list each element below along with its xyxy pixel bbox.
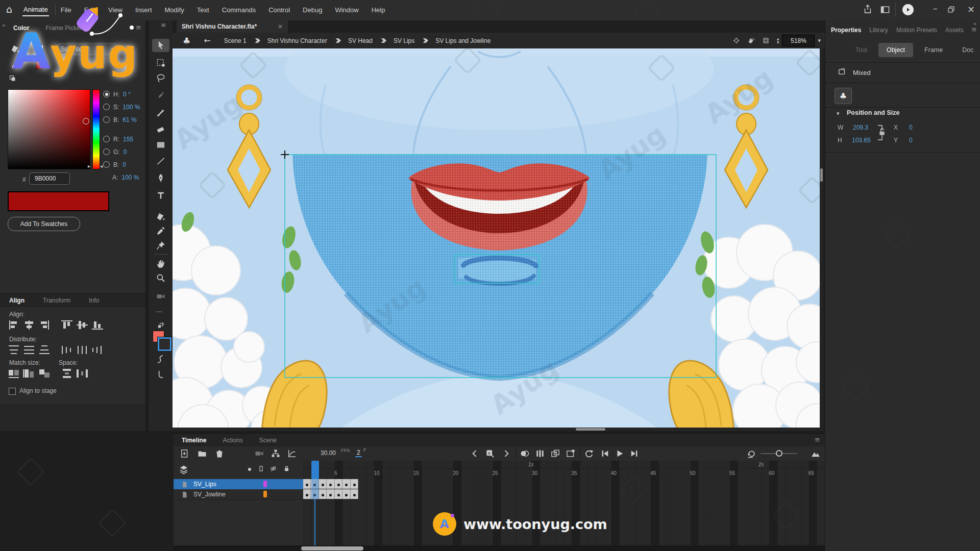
match-height-button[interactable]	[22, 368, 36, 379]
panel-menu-icon[interactable]: ≡	[136, 23, 141, 31]
minimize-button[interactable]: –	[933, 3, 938, 13]
camera-tool[interactable]	[152, 290, 169, 303]
pen-tool[interactable]	[152, 171, 169, 185]
stroke-color-chip[interactable]	[36, 60, 43, 69]
space-horizontal-button[interactable]	[76, 368, 89, 379]
h-value[interactable]: 0 °	[123, 91, 131, 98]
fps-value[interactable]: 30.00	[321, 449, 336, 457]
layer-name-area[interactable]: SV_Jowline	[174, 489, 303, 500]
keyframe-cell[interactable]	[327, 479, 334, 489]
stroke-pencil-icon[interactable]	[10, 59, 20, 69]
step-forward-icon[interactable]	[629, 448, 640, 459]
document-tab-close-icon[interactable]: ×	[278, 23, 283, 30]
timeline-zoom-slider[interactable]	[761, 453, 797, 454]
free-transform-tool[interactable]	[152, 56, 169, 69]
hue-slider[interactable]	[92, 89, 100, 169]
layer-name[interactable]: SV_Jowline	[193, 491, 226, 498]
properties-tab[interactable]: Motion Presets	[896, 27, 937, 34]
current-frame-value[interactable]: 2	[355, 449, 362, 457]
zoom-tool[interactable]	[152, 271, 169, 285]
share-icon[interactable]	[863, 4, 873, 14]
menu-item[interactable]: Text	[196, 4, 210, 16]
canvas-v-scrollbar[interactable]	[820, 48, 823, 428]
delete-layer-icon[interactable]	[214, 448, 225, 459]
timeline-h-scrollbar-thumb[interactable]	[301, 546, 363, 550]
match-both-button[interactable]	[38, 368, 51, 379]
collapse-panel-icon[interactable]: «	[2, 22, 6, 29]
menu-item[interactable]: Control	[267, 4, 291, 16]
brush-tool[interactable]	[152, 106, 169, 119]
keyframe-cell[interactable]	[319, 479, 327, 489]
keyframe-cell[interactable]	[303, 489, 311, 499]
distribute-bottom-button[interactable]	[38, 344, 51, 356]
x-value[interactable]: 0	[909, 124, 913, 131]
advanced-layers-icon[interactable]	[271, 448, 281, 459]
fill-bucket-icon[interactable]	[10, 44, 20, 54]
w-value[interactable]: 209.3	[853, 124, 868, 131]
keyframe-cell[interactable]	[335, 479, 342, 489]
a-value[interactable]: 100 %	[121, 174, 139, 181]
breadcrumb-item[interactable]: Shri Vishnu Character	[254, 37, 327, 44]
r-value[interactable]: 155	[123, 136, 133, 143]
visibility-column-icon[interactable]	[270, 465, 277, 472]
eraser-tool[interactable]	[152, 123, 169, 136]
magic-wand-tool[interactable]	[152, 88, 169, 102]
timeline-ruler[interactable]: 5101520253035404550556065	[303, 470, 817, 476]
align-panel-tab[interactable]: Info	[80, 294, 108, 307]
properties-tab[interactable]: Assets	[945, 27, 964, 34]
align-top-button[interactable]	[60, 319, 74, 331]
keyframe-cell[interactable]	[303, 479, 311, 489]
highlight-column-icon[interactable]	[248, 468, 251, 471]
playhead-head[interactable]	[311, 461, 320, 479]
properties-tab[interactable]: Library	[869, 27, 888, 34]
menu-item[interactable]: Insert	[134, 4, 153, 16]
timeline-menu-icon[interactable]: ≡	[815, 436, 820, 443]
canvas-h-scrollbar[interactable]	[173, 428, 823, 431]
keyframe-cell[interactable]	[335, 489, 342, 499]
eyedropper-tool[interactable]	[152, 224, 169, 238]
menu-item[interactable]: Commands	[221, 4, 257, 16]
clip-content-icon[interactable]	[762, 37, 770, 44]
outline-column-icon[interactable]	[257, 465, 265, 472]
overlap-icon[interactable]	[9, 74, 16, 82]
layer-row[interactable]: SV_Lips	[174, 479, 825, 489]
keyframe-cell[interactable]	[342, 479, 350, 489]
swap-colors-icon[interactable]	[152, 318, 169, 332]
distribute-center-button[interactable]	[76, 344, 89, 356]
menu-item[interactable]: File	[60, 4, 72, 16]
test-movie-icon[interactable]	[902, 4, 914, 15]
align-right-button[interactable]	[38, 319, 51, 331]
timeline-h-scrollbar[interactable]	[174, 545, 825, 551]
smooth-curve-icon[interactable]	[152, 353, 169, 366]
breadcrumb-item[interactable]: SV Lips	[380, 37, 414, 44]
align-bottom-button[interactable]	[91, 319, 104, 331]
layers-stack-icon[interactable]	[179, 464, 189, 474]
match-width-button[interactable]	[7, 368, 20, 379]
keyframe-cell[interactable]	[351, 489, 358, 499]
menu-item[interactable]: Help	[371, 4, 386, 16]
edit-multiple-frames-icon[interactable]	[550, 448, 560, 459]
properties-mode-tab[interactable]: Doc	[954, 43, 980, 57]
keyframe-cell[interactable]	[342, 489, 350, 499]
back-arrow-icon[interactable]: ←	[204, 36, 210, 45]
rotate-hand-icon[interactable]	[747, 37, 755, 44]
s-value[interactable]: 100 %	[122, 104, 140, 111]
timeline-zoom-slider-handle[interactable]	[776, 450, 782, 457]
menu-item[interactable]: View	[107, 4, 124, 16]
show-graph-icon[interactable]	[287, 448, 297, 459]
paint-bucket-tool[interactable]	[152, 210, 169, 223]
scene-clapper-icon[interactable]: ♣	[183, 36, 190, 46]
color-type-dropdown[interactable]: Solid color ▾	[55, 43, 119, 55]
align-to-stage-checkbox[interactable]	[9, 388, 16, 395]
onion-skin-icon[interactable]	[520, 448, 530, 459]
align-center-h-button[interactable]	[22, 319, 36, 331]
symbol-behavior-button[interactable]: ♣	[835, 88, 852, 104]
text-tool[interactable]	[152, 189, 169, 202]
close-button[interactable]: ×	[967, 4, 975, 14]
breadcrumb-item[interactable]: SV Head	[334, 37, 373, 44]
link-lock-icon[interactable]	[876, 122, 888, 145]
onion-skin-outlines-icon[interactable]	[535, 448, 545, 459]
resize-view-icon[interactable]	[811, 448, 821, 459]
properties-mode-tab[interactable]: Object	[878, 43, 913, 57]
align-panel-tab[interactable]: Align	[0, 294, 34, 307]
